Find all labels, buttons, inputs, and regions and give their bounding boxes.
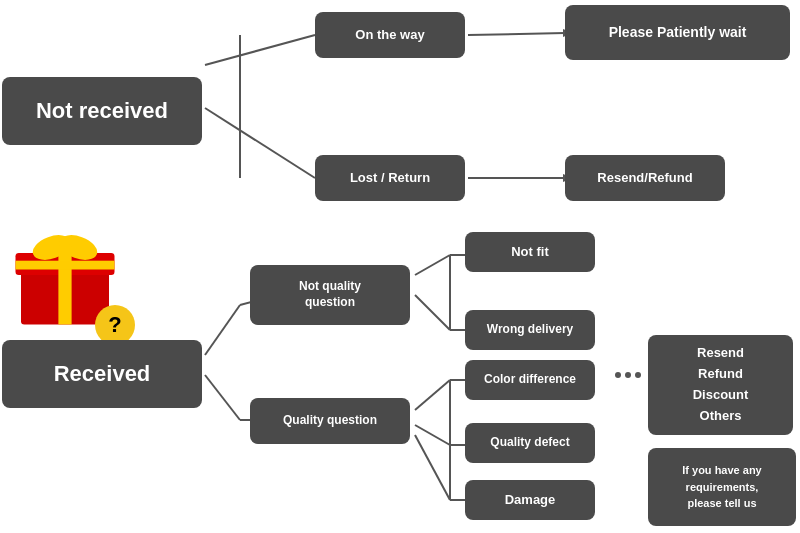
quality-question-node: Quality question — [250, 398, 410, 444]
color-difference-label: Color difference — [484, 372, 576, 388]
not-received-label: Not received — [36, 97, 168, 126]
svg-line-1 — [468, 33, 565, 35]
quality-defect-label: Quality defect — [490, 435, 569, 451]
color-difference-node: Color difference — [465, 360, 595, 400]
wrong-delivery-node: Wrong delivery — [465, 310, 595, 350]
diagram: Not received On the way Please Patiently… — [0, 0, 800, 533]
requirements-box-node: If you have any requirements, please tel… — [648, 448, 796, 526]
requirements-box-label: If you have any requirements, please tel… — [682, 462, 761, 512]
not-quality-question-node: Not quality question — [250, 265, 410, 325]
svg-line-14 — [415, 380, 450, 410]
question-badge: ? — [95, 305, 135, 345]
svg-line-12 — [205, 375, 240, 420]
svg-line-18 — [415, 435, 450, 500]
svg-line-16 — [415, 425, 450, 445]
wrong-delivery-label: Wrong delivery — [487, 322, 573, 338]
options-box-node: Resend Refund Discount Others — [648, 335, 793, 435]
not-quality-question-label: Not quality question — [299, 279, 361, 310]
gift-box: ? — [10, 220, 140, 350]
svg-rect-29 — [16, 261, 115, 270]
on-the-way-node: On the way — [315, 12, 465, 58]
not-received-node: Not received — [2, 77, 202, 145]
svg-line-3 — [205, 108, 315, 178]
quality-question-label: Quality question — [283, 413, 377, 429]
lost-return-label: Lost / Return — [350, 170, 430, 187]
on-the-way-label: On the way — [355, 27, 424, 44]
not-fit-label: Not fit — [511, 244, 549, 261]
svg-point-20 — [615, 372, 621, 378]
quality-defect-node: Quality defect — [465, 423, 595, 463]
damage-node: Damage — [465, 480, 595, 520]
svg-point-22 — [635, 372, 641, 378]
svg-point-32 — [57, 243, 72, 258]
received-node: Received — [2, 340, 202, 408]
please-wait-label: Please Patiently wait — [609, 23, 747, 41]
lost-return-node: Lost / Return — [315, 155, 465, 201]
resend-refund-top-node: Resend/Refund — [565, 155, 725, 201]
received-label: Received — [54, 360, 151, 389]
resend-refund-top-label: Resend/Refund — [597, 170, 692, 187]
not-fit-node: Not fit — [465, 232, 595, 272]
svg-line-6 — [205, 305, 240, 355]
damage-label: Damage — [505, 492, 556, 509]
svg-line-8 — [415, 255, 450, 275]
please-wait-node: Please Patiently wait — [565, 5, 790, 60]
svg-line-10 — [415, 295, 450, 330]
options-box-label: Resend Refund Discount Others — [693, 343, 749, 426]
svg-point-21 — [625, 372, 631, 378]
svg-line-0 — [205, 35, 315, 65]
